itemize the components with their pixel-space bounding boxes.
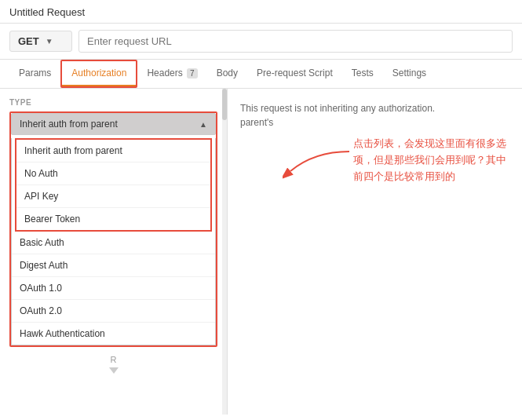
scrollbar-track (222, 89, 227, 415)
option-hawk[interactable]: Hawk Authentication (12, 323, 215, 345)
authorization-tab-border: Authorization (60, 60, 137, 88)
headers-badge: 7 (187, 68, 198, 79)
triangle-icon (109, 367, 119, 374)
option-oauth2[interactable]: OAuth 2.0 (12, 300, 215, 323)
scrollbar-thumb[interactable] (222, 89, 227, 120)
tab-pre-request[interactable]: Pre-request Script (247, 61, 342, 86)
annotation-text: 点击列表，会发现这里面有很多选项，但是那些我们会用到呢？其中前四个是比较常用到的 (353, 136, 510, 184)
method-dropdown[interactable]: GET ▼ (9, 31, 72, 52)
selected-value: Inherit auth from parent (20, 119, 118, 130)
option-no-auth[interactable]: No Auth (16, 163, 210, 185)
option-api-key[interactable]: API Key (16, 185, 210, 208)
annotation-arrow-icon (283, 144, 353, 183)
left-panel: TYPE Inherit auth from parent ▲ Inherit … (0, 89, 228, 415)
r-label: R (111, 352, 117, 367)
tab-settings[interactable]: Settings (383, 61, 436, 86)
auth-type-container: Inherit auth from parent ▲ Inherit auth … (9, 111, 217, 347)
auth-type-dropdown: Inherit auth from parent No Auth API Key… (11, 138, 216, 345)
annotation-area: 点击列表，会发现这里面有很多选项，但是那些我们会用到呢？其中前四个是比较常用到的 (283, 136, 510, 184)
bottom-indicator: R (9, 352, 217, 374)
method-arrow-icon: ▼ (46, 37, 53, 46)
url-input[interactable] (78, 30, 513, 53)
page-title: Untitled Request (9, 6, 85, 18)
auth-info-text: This request is not inheriting any autho… (240, 101, 460, 130)
auth-type-selected[interactable]: Inherit auth from parent ▲ (11, 113, 216, 135)
tab-params[interactable]: Params (9, 61, 60, 86)
tabs-bar: Params Authorization Headers 7 Body Pre-… (0, 60, 522, 89)
highlighted-options: Inherit auth from parent No Auth API Key… (15, 138, 212, 232)
request-bar: GET ▼ (0, 24, 522, 60)
tab-tests[interactable]: Tests (342, 61, 383, 86)
method-label: GET (18, 35, 39, 47)
option-inherit[interactable]: Inherit auth from parent (16, 140, 210, 163)
dropdown-arrow-icon: ▲ (199, 120, 207, 129)
tab-authorization[interactable]: Authorization (62, 61, 136, 86)
right-panel: This request is not inheriting any autho… (228, 89, 522, 415)
content-area: TYPE Inherit auth from parent ▲ Inherit … (0, 89, 522, 415)
option-bearer-token[interactable]: Bearer Token (16, 208, 210, 230)
option-basic-auth[interactable]: Basic Auth (12, 232, 215, 254)
tab-headers[interactable]: Headers 7 (137, 61, 206, 86)
option-digest-auth[interactable]: Digest Auth (12, 254, 215, 277)
title-bar: Untitled Request (0, 0, 522, 24)
option-oauth1[interactable]: OAuth 1.0 (12, 277, 215, 300)
tab-body[interactable]: Body (207, 61, 247, 86)
type-label: TYPE (9, 98, 217, 107)
